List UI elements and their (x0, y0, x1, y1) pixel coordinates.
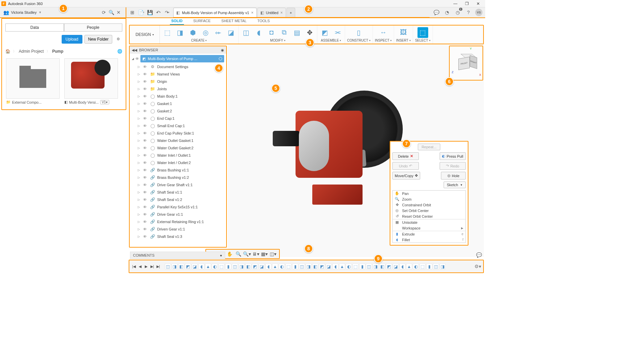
timeline-feature[interactable]: ◪ (393, 263, 399, 269)
eye-icon[interactable]: 👁 (143, 227, 148, 231)
ctx-reset-orbit[interactable]: ↺Reset Orbit Center (393, 213, 465, 219)
tree-row[interactable]: ▷👁🔗Shaft Seal v1:1 (132, 189, 224, 196)
view-cube[interactable]: Y X Z FRONT RIGHT (449, 46, 483, 81)
expand-icon[interactable]: ▷ (138, 168, 141, 172)
press-pull-button[interactable]: ◐Press Pull (440, 152, 466, 160)
inspect-icon[interactable]: ↔ (378, 27, 389, 38)
window-close[interactable]: ✕ (472, 0, 484, 7)
timeline-feature[interactable]: ◨ (373, 263, 379, 269)
timeline-items[interactable]: ◫◨◧◩◪◖▲◐⬚▮◫◨◧◩◪◖▲◐⬚▮◫◨◧◩◪◖▲◐⬚▮◫◨◧◩◪◖▲◐⬚▮… (165, 263, 472, 269)
expand-icon[interactable]: ▷ (138, 95, 141, 98)
timeline-next-button[interactable]: ▶| (149, 264, 155, 269)
expand-icon[interactable]: ▷ (138, 109, 141, 113)
people-tab[interactable]: People (64, 23, 123, 32)
joint-icon[interactable]: ⫘ (332, 27, 343, 38)
ctx-zoom[interactable]: 🔍Zoom (393, 196, 465, 202)
ctx-constrained-orbit[interactable]: ✥Constrained Orbit (393, 202, 465, 208)
expand-icon[interactable]: ▷ (138, 227, 141, 231)
breadcrumb-project[interactable]: Admin Project (19, 49, 44, 54)
upload-button[interactable]: Upload (62, 35, 82, 44)
delete-button[interactable]: Delete✕ (392, 152, 419, 160)
user-dropdown[interactable]: 👥 Victoria Studley ▼ (3, 10, 42, 15)
activate-radio[interactable] (219, 57, 222, 60)
timeline-feature[interactable]: ◐ (212, 263, 218, 269)
hole-button[interactable]: ◎Hole (441, 172, 466, 179)
sketch-icon[interactable]: ⬚ (162, 27, 173, 38)
expand-icon[interactable]: ▷ (138, 80, 141, 83)
timeline-feature[interactable]: ◐ (279, 263, 285, 269)
eye-icon[interactable]: 👁 (143, 131, 148, 135)
document-tab-untitled[interactable]: ◧ Untitled × (257, 8, 286, 17)
tree-row[interactable]: ▷👁🔗Driven Gear v1:1 (132, 225, 224, 233)
move-copy-button[interactable]: Move/Copy✥ (392, 172, 420, 179)
window-minimize[interactable]: — (450, 0, 461, 7)
data-tab[interactable]: Data (5, 23, 64, 32)
timeline-feature[interactable]: ◨ (440, 263, 446, 269)
move-icon[interactable]: ✥ (304, 27, 315, 38)
collapse-dot-icon[interactable]: ● (220, 253, 222, 257)
expand-icon[interactable]: ◢ (132, 57, 134, 60)
tree-row[interactable]: ▷👁📁Origin (132, 78, 224, 85)
tree-row[interactable]: ▷👁⚙Document Settings (132, 63, 224, 70)
timeline-play-button[interactable]: ▶ (143, 264, 149, 269)
viewport-button[interactable]: ◫▾ (269, 250, 277, 258)
home-icon[interactable]: 🏠 (5, 49, 10, 54)
tree-row[interactable]: ▷👁🔗Shaft Seal v1:3 (132, 233, 224, 240)
eye-icon[interactable]: 👁 (143, 146, 148, 150)
timeline-feature[interactable]: ▮ (359, 263, 365, 269)
align-icon[interactable]: ▤ (292, 27, 302, 38)
timeline-feature[interactable]: ◩ (252, 263, 258, 269)
tree-row[interactable]: ▷👁🔗Brass Bushing v1:2 (132, 174, 224, 181)
browser-eye-icon[interactable]: ◉ (221, 48, 224, 52)
timeline-feature[interactable]: ◖ (332, 263, 338, 269)
tree-row[interactable]: ▷👁🔗Shaft Seal v1:2 (132, 196, 224, 203)
eye-icon[interactable]: 👁 (143, 102, 148, 106)
eye-icon[interactable]: 👁 (143, 153, 148, 157)
sweep-icon[interactable]: ⬰ (213, 27, 223, 38)
comments-icon[interactable]: 💬 (476, 252, 482, 258)
tree-row[interactable]: ▷👁◯End Cap:1 (132, 115, 224, 122)
eye-icon[interactable]: 👁 (143, 161, 148, 165)
eye-icon[interactable]: 👁 (143, 72, 148, 76)
revolve-icon[interactable]: ◎ (200, 27, 211, 38)
fillet-icon[interactable]: ◖ (253, 27, 264, 38)
eye-icon[interactable]: 👁 (135, 57, 139, 61)
tree-row[interactable]: ▷👁◯End Cap Pulley Side:1 (132, 129, 224, 137)
expand-icon[interactable]: ▷ (138, 102, 141, 105)
timeline-feature[interactable]: ▲ (406, 263, 412, 269)
timeline-feature[interactable]: ⬚ (420, 263, 426, 269)
create-form-icon[interactable]: ◨ (175, 27, 185, 38)
comments-button[interactable]: 💬 (432, 8, 440, 16)
save-button[interactable]: 💾 (146, 8, 154, 16)
expand-icon[interactable]: ▷ (138, 220, 141, 223)
ctx-workspace[interactable]: Workspace▶ (393, 225, 465, 231)
timeline-feature[interactable]: ◫ (232, 263, 238, 269)
timeline-feature[interactable]: ◐ (413, 263, 419, 269)
tree-row[interactable]: ▷👁◯Water Outlet Gasket:2 (132, 144, 224, 152)
timeline-feature[interactable]: ◖ (198, 263, 204, 269)
eye-icon[interactable]: 👁 (143, 65, 148, 69)
workspace-switcher[interactable]: DESIGN▾ (130, 25, 160, 44)
timeline-feature[interactable]: ◐ (346, 263, 352, 269)
expand-icon[interactable]: ▷ (138, 132, 141, 135)
tree-row[interactable]: ▷👁◯Water Inlet / Outlet:1 (132, 152, 224, 159)
timeline-feature[interactable]: ▲ (339, 263, 345, 269)
collapse-icon[interactable]: ◀◀ (132, 48, 137, 52)
eye-icon[interactable]: 👁 (143, 116, 148, 120)
tree-row[interactable]: ▷👁◯Small End Cap:1 (132, 122, 224, 129)
timeline-feature[interactable]: ◫ (165, 263, 171, 269)
construct-icon[interactable]: ▯ (353, 27, 364, 38)
tree-row[interactable]: ▷👁◯Water Outlet Gasket:1 (132, 137, 224, 144)
timeline-feature[interactable]: ▮ (292, 263, 298, 269)
timeline-feature[interactable]: ◪ (192, 263, 198, 269)
version-badge[interactable]: V1▾ (100, 100, 109, 104)
expand-icon[interactable]: ▷ (138, 139, 141, 142)
eye-icon[interactable]: 👁 (143, 139, 148, 143)
display-button[interactable]: 🖥▾ (252, 250, 260, 258)
grid-button[interactable]: ▦▾ (260, 250, 268, 258)
file-button[interactable]: 📄▾ (137, 8, 145, 16)
new-folder-button[interactable]: New Folder (84, 35, 112, 44)
new-component-icon[interactable]: ◩ (319, 27, 330, 38)
insert-icon[interactable]: 🖼 (398, 27, 409, 38)
timeline-feature[interactable]: ⬚ (218, 263, 224, 269)
